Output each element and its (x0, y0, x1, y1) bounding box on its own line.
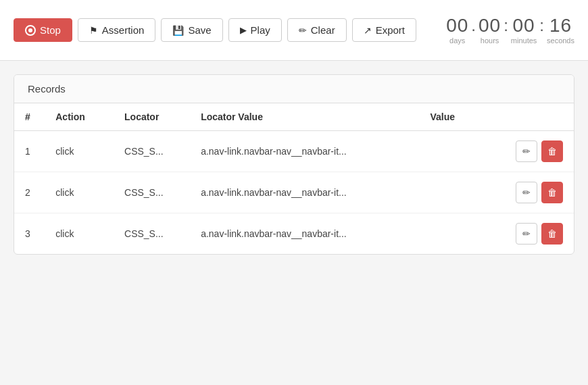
row-locator: CSS_S... (114, 172, 190, 213)
flag-icon: ⚑ (89, 25, 98, 36)
play-icon: ▶ (240, 25, 247, 35)
row-action-buttons: ✏ 🗑 (496, 172, 574, 213)
stop-button[interactable]: Stop (14, 18, 72, 42)
export-icon: ↗ (364, 25, 372, 36)
action-buttons-group: ✏ 🗑 (507, 140, 563, 162)
save-button[interactable]: 💾 Save (161, 18, 222, 42)
row-locator-value: a.nav-link.navbar-nav__navbar-it... (190, 213, 419, 255)
col-header-locator-value: Locator Value (190, 103, 419, 131)
target-icon (25, 25, 36, 36)
row-locator: CSS_S... (114, 213, 190, 255)
row-num: 2 (14, 172, 45, 213)
row-locator-value: a.nav-link.navbar-nav__navbar-it... (190, 172, 419, 213)
timer-days-group: 00 days (446, 16, 468, 45)
table-row: 1 click CSS_S... a.nav-link.navbar-nav__… (14, 131, 574, 172)
delete-button[interactable]: 🗑 (541, 223, 563, 245)
row-value (419, 213, 495, 255)
col-header-actions (496, 103, 574, 131)
edit-button[interactable]: ✏ (516, 223, 537, 245)
row-locator: CSS_S... (114, 131, 190, 172)
row-locator-value: a.nav-link.navbar-nav__navbar-it... (190, 131, 419, 172)
table-header: # Action Locator Locator Value Value (14, 103, 574, 131)
row-action: click (45, 213, 114, 255)
action-buttons-group: ✏ 🗑 (507, 223, 563, 245)
header-row: # Action Locator Locator Value Value (14, 103, 574, 131)
timer-sep-2: : (502, 16, 510, 45)
assertion-button[interactable]: ⚑ Assertion (78, 18, 156, 42)
records-panel: Records # Action Locator Locator Value V… (14, 74, 574, 255)
pencil-icon: ✏ (522, 228, 531, 239)
pencil-icon: ✏ (522, 187, 531, 198)
row-action-buttons: ✏ 🗑 (496, 213, 574, 255)
col-header-action: Action (45, 103, 114, 131)
stop-label: Stop (40, 24, 61, 36)
row-action: click (45, 172, 114, 213)
delete-button[interactable]: 🗑 (541, 182, 563, 203)
trash-icon: 🗑 (547, 146, 557, 157)
clear-icon: ✏ (299, 25, 307, 36)
assertion-label: Assertion (102, 24, 145, 36)
timer-days-label: days (449, 36, 465, 45)
delete-button[interactable]: 🗑 (541, 140, 563, 162)
timer-minutes-group: 00 minutes (511, 16, 537, 45)
col-header-value: Value (419, 103, 495, 131)
timer-days: 00 (446, 16, 468, 35)
table-body: 1 click CSS_S... a.nav-link.navbar-nav__… (14, 131, 574, 255)
play-label: Play (251, 24, 270, 36)
row-value (419, 131, 495, 172)
save-label: Save (188, 24, 211, 36)
save-icon: 💾 (172, 25, 184, 36)
trash-icon: 🗑 (547, 187, 557, 198)
main-content: Records # Action Locator Locator Value V… (0, 61, 588, 268)
col-header-num: # (14, 103, 45, 131)
records-table: # Action Locator Locator Value Value 1 c… (14, 103, 574, 254)
timer: 00 days . 00 hours : 00 minutes : 16 sec… (446, 16, 574, 45)
action-buttons-group: ✏ 🗑 (507, 182, 563, 203)
clear-button[interactable]: ✏ Clear (287, 18, 347, 42)
table-row: 2 click CSS_S... a.nav-link.navbar-nav__… (14, 172, 574, 213)
export-label: Export (376, 24, 405, 36)
row-num: 3 (14, 213, 45, 255)
table-row: 3 click CSS_S... a.nav-link.navbar-nav__… (14, 213, 574, 255)
timer-sep-3: : (538, 16, 545, 45)
edit-button[interactable]: ✏ (516, 182, 537, 203)
toolbar: Stop ⚑ Assertion 💾 Save ▶ Play ✏ Clear ↗… (0, 0, 588, 61)
timer-hours: 00 (479, 16, 501, 35)
timer-hours-label: hours (481, 36, 499, 45)
edit-button[interactable]: ✏ (516, 140, 537, 162)
play-button[interactable]: ▶ Play (228, 18, 282, 42)
col-header-locator: Locator (114, 103, 190, 131)
pencil-icon: ✏ (522, 146, 531, 157)
row-value (419, 172, 495, 213)
timer-sep-1: . (470, 16, 477, 45)
timer-minutes-label: minutes (511, 36, 537, 45)
clear-label: Clear (311, 24, 335, 36)
row-action: click (45, 131, 114, 172)
timer-seconds-label: seconds (547, 36, 574, 45)
records-panel-title: Records (14, 75, 574, 103)
timer-seconds: 16 (549, 16, 572, 35)
export-button[interactable]: ↗ Export (352, 18, 416, 42)
timer-minutes: 00 (513, 16, 535, 35)
timer-hours-group: 00 hours (479, 16, 501, 45)
row-num: 1 (14, 131, 45, 172)
row-action-buttons: ✏ 🗑 (496, 131, 574, 172)
trash-icon: 🗑 (547, 228, 557, 239)
timer-seconds-group: 16 seconds (547, 16, 574, 45)
